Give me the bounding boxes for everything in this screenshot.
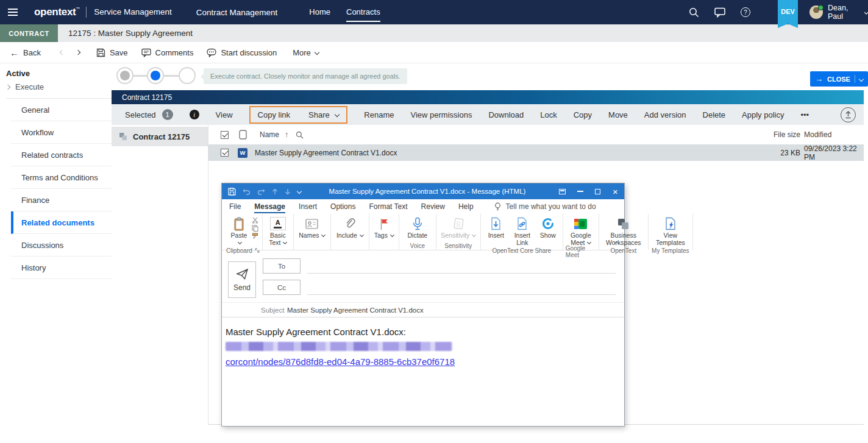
file-row[interactable]: W Master Supply Agreement Contract V1.do… xyxy=(208,144,864,161)
phase-execute[interactable]: Execute xyxy=(6,82,112,91)
tree-node-root[interactable]: Contract 12175 xyxy=(112,127,208,146)
tab-review[interactable]: Review xyxy=(421,199,445,214)
message-body[interactable]: Master Supply Agreement Contract V1.docx… xyxy=(222,317,624,367)
cc-input[interactable] xyxy=(307,294,616,295)
arrow-down-icon[interactable] xyxy=(285,188,291,195)
apply-policy-button[interactable]: Apply policy xyxy=(742,110,784,119)
app-name[interactable]: Contract Management xyxy=(196,8,278,17)
start-discussion-button[interactable]: Start discussion xyxy=(207,48,277,57)
tab-help[interactable]: Help xyxy=(458,199,474,214)
more-button[interactable]: More xyxy=(293,48,319,57)
ribbon-display-icon[interactable] xyxy=(553,183,571,199)
lock-button[interactable]: Lock xyxy=(540,110,557,119)
names-button[interactable]: Names xyxy=(296,215,328,239)
documents-toolbar: Selected 1 View Copy link Share Rename V… xyxy=(112,104,864,125)
tags-button[interactable]: Tags xyxy=(372,215,396,239)
sidebar-item-terms-and-conditions[interactable]: Terms and Conditions xyxy=(11,166,112,189)
delete-button[interactable]: Delete xyxy=(703,110,726,119)
send-button[interactable]: Send xyxy=(228,261,256,298)
size-column-header[interactable]: File size xyxy=(774,130,800,139)
name-column-header[interactable]: Name xyxy=(260,130,279,139)
close-contract-button[interactable]: → CLOSE xyxy=(810,71,868,87)
modified-column-header[interactable]: Modified xyxy=(804,130,831,139)
core-share-show-button[interactable]: Show xyxy=(536,215,560,239)
overflow-menu-button[interactable]: ••• xyxy=(800,110,809,119)
user-menu[interactable]: Dean, Paul xyxy=(809,0,868,24)
tab-file[interactable]: File xyxy=(229,199,241,214)
sidebar-item-finance[interactable]: Finance xyxy=(11,189,112,211)
help-icon[interactable] xyxy=(741,7,750,17)
upload-icon[interactable] xyxy=(841,107,856,122)
search-icon[interactable] xyxy=(689,7,699,18)
share-link[interactable]: corcont/nodes/876d8fd8-ed04-4a79-8885-6c… xyxy=(226,356,455,367)
step-upcoming[interactable] xyxy=(179,67,196,84)
to-input[interactable] xyxy=(307,273,616,274)
tab-options[interactable]: Options xyxy=(330,199,355,214)
back-button[interactable]: ← Back xyxy=(10,48,41,58)
redo-icon[interactable] xyxy=(257,188,265,195)
dictate-button[interactable]: Dictate xyxy=(402,215,433,239)
basic-text-button[interactable]: A Basic Text xyxy=(265,215,291,247)
more-label: More xyxy=(293,48,311,57)
minimize-icon[interactable] xyxy=(571,183,589,199)
cc-button[interactable]: Cc xyxy=(263,280,301,295)
sidebar-item-related-documents[interactable]: Related documents xyxy=(11,211,112,234)
prev-record-button[interactable] xyxy=(60,51,64,54)
sidebar-item-related-contracts[interactable]: Related contracts xyxy=(11,144,112,166)
business-workspaces-button[interactable]: Business Workspaces xyxy=(602,215,646,247)
save-button[interactable]: Save xyxy=(96,48,128,57)
view-templates-button[interactable]: View Templates xyxy=(651,215,690,247)
tab-format-text[interactable]: Format Text xyxy=(369,199,407,214)
undo-icon[interactable] xyxy=(243,188,251,195)
step-done[interactable] xyxy=(116,67,133,84)
view-permissions-button[interactable]: View permissions xyxy=(410,110,472,119)
next-record-button[interactable] xyxy=(76,51,80,54)
sidebar-item-discussions[interactable]: Discussions xyxy=(11,234,112,257)
chat-icon[interactable] xyxy=(714,7,725,18)
view-button[interactable]: View xyxy=(216,110,233,119)
maximize-icon[interactable] xyxy=(589,183,607,199)
paste-button[interactable]: Paste xyxy=(226,215,252,247)
close-icon[interactable]: × xyxy=(607,183,624,199)
copy-button[interactable]: Copy xyxy=(574,110,592,119)
arrow-up-icon[interactable] xyxy=(272,188,278,195)
filter-search-icon[interactable] xyxy=(296,131,304,139)
to-button[interactable]: To xyxy=(263,258,301,274)
select-all-checkbox[interactable] xyxy=(221,131,229,139)
info-icon[interactable] xyxy=(190,110,199,119)
sidebar-item-general[interactable]: General xyxy=(11,99,112,121)
add-version-button[interactable]: Add version xyxy=(644,110,686,119)
sidebar-item-workflow[interactable]: Workflow xyxy=(11,121,112,144)
lightbulb-icon xyxy=(494,202,501,211)
save-icon[interactable] xyxy=(228,188,236,196)
insert-link-button[interactable]: Insert Link xyxy=(509,215,536,247)
collapse-ribbon-icon[interactable] xyxy=(615,236,619,247)
move-button[interactable]: Move xyxy=(608,110,628,119)
tab-insert[interactable]: Insert xyxy=(299,199,317,214)
copy-link-button[interactable]: Copy link xyxy=(258,110,290,119)
menu-icon[interactable] xyxy=(8,9,18,16)
window-titlebar[interactable]: Master Supply Agreement Contract V1.docx… xyxy=(222,183,624,199)
nav-contracts[interactable]: Contracts xyxy=(346,0,380,24)
core-share-insert-button[interactable]: Insert xyxy=(483,215,509,239)
comments-button[interactable]: Comments xyxy=(141,48,194,57)
download-button[interactable]: Download xyxy=(488,110,524,119)
row-checkbox[interactable] xyxy=(221,149,229,157)
format-painter-icon[interactable] xyxy=(252,233,258,239)
google-meet-button[interactable]: Google Meet xyxy=(566,215,596,247)
include-button[interactable]: Include xyxy=(333,215,366,239)
sort-ascending-icon[interactable] xyxy=(285,130,288,139)
chevron-down-icon[interactable] xyxy=(859,76,864,81)
step-current[interactable] xyxy=(147,67,164,84)
nav-home[interactable]: Home xyxy=(309,0,330,24)
tell-me-box[interactable]: Tell me what you want to do xyxy=(494,202,596,211)
sensitivity-button[interactable]: Sensitivity xyxy=(439,215,478,239)
subject-input[interactable]: Master Supply Agreement Contract V1.docx xyxy=(287,307,424,314)
tab-message[interactable]: Message xyxy=(254,199,285,214)
copy-icon[interactable] xyxy=(252,225,258,232)
cut-icon[interactable] xyxy=(252,217,258,224)
file-name[interactable]: Master Supply Agreement Contract V1.docx xyxy=(255,149,397,157)
sidebar-item-history[interactable]: History xyxy=(11,257,112,279)
share-button[interactable]: Share xyxy=(308,110,339,119)
rename-button[interactable]: Rename xyxy=(364,110,394,119)
